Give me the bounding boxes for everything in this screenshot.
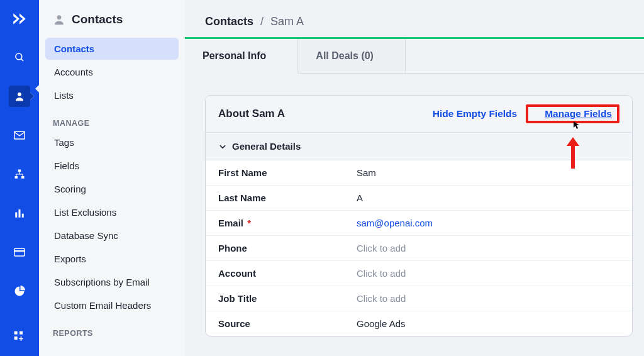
sidebar-item-exports[interactable]: Exports (45, 248, 179, 270)
manage-fields-link[interactable]: Manage Fields (545, 108, 612, 119)
app-logo-icon (9, 9, 30, 29)
field-row: Email *sam@openai.com (206, 211, 632, 236)
tab-personal-info[interactable]: Personal Info (185, 39, 298, 74)
field-row: AccountClick to add (206, 261, 632, 286)
field-label: Phone (218, 243, 357, 253)
tab-row: Personal InfoAll Deals (0) (185, 37, 644, 74)
field-row: Job TitleClick to add (206, 286, 632, 311)
breadcrumb-root[interactable]: Contacts (205, 15, 253, 28)
field-value[interactable]: sam@openai.com (357, 218, 433, 228)
manage-fields-highlight: Manage Fields (526, 104, 619, 123)
main: Contacts / Sam A Personal InfoAll Deals … (185, 0, 644, 356)
field-label: First Name (218, 167, 357, 178)
svg-rect-14 (19, 331, 23, 335)
section-title: General Details (232, 141, 301, 152)
svg-rect-10 (14, 248, 25, 256)
field-row: PhoneClick to add (206, 236, 632, 261)
annotation-arrow-icon (565, 137, 580, 169)
panel-header: About Sam A Hide Empty Fields Manage Fie… (206, 96, 632, 133)
panel-title: About Sam A (218, 108, 285, 120)
tab-all-deals-0-[interactable]: All Deals (0) (298, 39, 406, 74)
svg-point-15 (57, 15, 62, 19)
field-row: Last NameA (206, 186, 632, 211)
sidebar-item-list-exclusions[interactable]: List Exclusions (45, 201, 179, 223)
svg-rect-4 (18, 170, 21, 172)
chevron-down-icon (218, 142, 227, 151)
svg-rect-9 (22, 214, 24, 218)
sidebar-header: Contacts (39, 13, 185, 38)
field-value[interactable]: Click to add (357, 268, 406, 279)
sidebar-item-lists[interactable]: Lists (45, 84, 179, 106)
field-value[interactable]: Click to add (357, 293, 406, 304)
sidebar-item-database-sync[interactable]: Database Sync (45, 225, 179, 247)
field-label: Account (218, 268, 357, 279)
svg-rect-8 (19, 209, 21, 218)
rail-pie-icon[interactable] (9, 281, 30, 302)
field-row: SourceGoogle Ads (206, 311, 632, 336)
field-label: Last Name (218, 192, 357, 203)
svg-point-0 (16, 53, 22, 60)
sidebar-item-tags[interactable]: Tags (45, 131, 179, 153)
rail-add-icon[interactable] (9, 326, 30, 347)
svg-line-1 (21, 58, 23, 61)
rail-contacts-icon[interactable] (9, 86, 30, 107)
rail-mail-icon[interactable] (9, 125, 30, 146)
cursor-icon (573, 121, 580, 130)
person-icon (53, 13, 65, 26)
sidebar-item-subscriptions-by-email[interactable]: Subscriptions by Email (45, 271, 179, 293)
breadcrumb-sep: / (257, 15, 267, 28)
breadcrumb: Contacts / Sam A (185, 0, 644, 37)
svg-rect-6 (21, 176, 25, 179)
rail-sitemap-icon[interactable] (9, 164, 30, 185)
svg-rect-12 (14, 331, 18, 335)
field-value[interactable]: A (357, 192, 363, 203)
sidebar-item-custom-email-headers[interactable]: Custom Email Headers (45, 294, 179, 316)
field-label: Email * (218, 218, 357, 228)
about-panel: About Sam A Hide Empty Fields Manage Fie… (205, 95, 633, 337)
field-label: Source (218, 318, 357, 329)
sidebar-item-accounts[interactable]: Accounts (45, 61, 179, 83)
field-value[interactable]: Click to add (357, 243, 406, 253)
rail-card-icon[interactable] (9, 242, 30, 263)
svg-rect-13 (14, 337, 18, 340)
hide-empty-fields-link[interactable]: Hide Empty Fields (433, 108, 517, 120)
breadcrumb-leaf: Sam A (270, 15, 304, 28)
svg-rect-7 (15, 213, 17, 218)
rail-bars-icon[interactable] (9, 203, 30, 224)
field-label: Job Title (218, 293, 357, 304)
rail-search-icon[interactable] (9, 47, 30, 68)
sidebar-item-scoring[interactable]: Scoring (45, 178, 179, 200)
field-value[interactable]: Sam (357, 167, 376, 178)
svg-rect-5 (15, 176, 18, 179)
sidebar: Contacts ContactsAccountsLists MANAGETag… (39, 0, 185, 356)
svg-point-2 (18, 92, 21, 96)
app-rail (0, 0, 39, 356)
sidebar-title: Contacts (72, 13, 123, 26)
sidebar-group-label: MANAGE (39, 108, 185, 131)
sidebar-item-fields[interactable]: Fields (45, 155, 179, 177)
field-value[interactable]: Google Ads (357, 318, 406, 329)
sidebar-item-contacts[interactable]: Contacts (45, 38, 179, 60)
sidebar-group-label: REPORTS (39, 318, 185, 342)
svg-rect-11 (14, 250, 25, 252)
